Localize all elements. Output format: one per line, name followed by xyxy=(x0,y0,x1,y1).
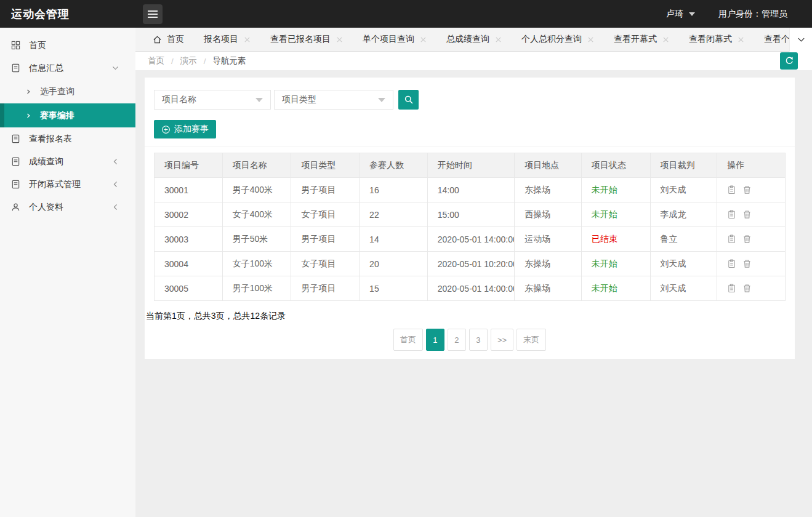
cell-status: 未开始 xyxy=(581,178,650,202)
edit-icon[interactable] xyxy=(727,234,736,244)
cell-place: 运动场 xyxy=(515,227,582,252)
table-row: 30004 女子100米 女子项目 20 2020-05-01 10:20:00… xyxy=(155,252,786,276)
tab-single-project-query[interactable]: 单个项目查询 xyxy=(353,28,436,52)
breadcrumb-current: 导航元素 xyxy=(213,55,246,66)
tab-signup-project[interactable]: 报名项目 xyxy=(194,28,260,52)
top-header: 运动会管理 卢琦 用户身份：管理员 xyxy=(0,0,812,28)
status-badge: 未开始 xyxy=(592,283,617,293)
col-header: 项目编号 xyxy=(155,153,223,178)
sidebar-item-registration-form[interactable]: 查看报名表 xyxy=(0,127,135,150)
arrow-right-icon xyxy=(25,112,32,119)
sidebar-subitem-event-arrangement[interactable]: 赛事编排 xyxy=(0,103,135,127)
tab-more-button[interactable] xyxy=(789,28,812,52)
cell-id: 30002 xyxy=(155,202,223,227)
edit-icon[interactable] xyxy=(727,210,736,219)
tab-label: 总成绩查询 xyxy=(446,34,489,45)
sidebar-item-home[interactable]: 首页 xyxy=(0,34,135,57)
toolbar: 添加赛事 xyxy=(145,110,795,146)
sidebar-subitem-label: 选手查询 xyxy=(40,86,74,97)
project-name-select[interactable]: 项目名称 xyxy=(154,90,271,110)
tab-view-opening-ceremony[interactable]: 查看开幕式 xyxy=(604,28,679,52)
file-icon xyxy=(11,63,20,73)
breadcrumb-separator: / xyxy=(204,57,206,66)
tab-total-score-query[interactable]: 总成绩查询 xyxy=(436,28,512,52)
close-icon[interactable] xyxy=(662,36,669,43)
cell-name: 男子100米 xyxy=(222,276,291,301)
pager-last-button[interactable]: 末页 xyxy=(517,329,546,351)
delete-icon[interactable] xyxy=(742,234,752,244)
table-row: 30003 男子50米 男子项目 14 2020-05-01 14:00:00 … xyxy=(155,227,786,252)
cell-participants: 20 xyxy=(360,252,428,276)
tab-home[interactable]: 首页 xyxy=(143,28,194,52)
col-header: 项目名称 xyxy=(222,153,291,178)
close-icon[interactable] xyxy=(587,36,594,43)
sidebar-item-score-query[interactable]: 成绩查询 xyxy=(0,150,135,173)
select-value: 项目类型 xyxy=(282,94,316,105)
tab-view-closing-ceremony[interactable]: 查看闭幕式 xyxy=(679,28,754,52)
cell-place: 西操场 xyxy=(515,202,582,227)
col-header: 参赛人数 xyxy=(360,153,428,178)
breadcrumb-home[interactable]: 首页 xyxy=(148,55,164,66)
cell-referee: 刘天成 xyxy=(650,178,717,202)
edit-icon[interactable] xyxy=(727,259,736,268)
sidebar-toggle-button[interactable] xyxy=(143,4,163,24)
cell-participants: 16 xyxy=(360,178,428,202)
pagination: 首页 1 2 3 >> 末页 xyxy=(145,322,795,359)
pager-page-1-button[interactable]: 1 xyxy=(426,329,444,351)
sidebar-item-label: 查看报名表 xyxy=(29,134,72,145)
table-header-row: 项目编号 项目名称 项目类型 参赛人数 开始时间 项目地点 项目状态 项目裁判 … xyxy=(155,153,786,178)
select-value: 项目名称 xyxy=(162,94,196,105)
chevron-left-icon xyxy=(111,158,119,166)
pager-page-2-button[interactable]: 2 xyxy=(448,329,466,351)
close-icon[interactable] xyxy=(336,36,343,43)
tab-view-signed-projects[interactable]: 查看已报名项目 xyxy=(260,28,353,52)
hamburger-icon xyxy=(148,10,158,12)
delete-icon[interactable] xyxy=(742,259,752,268)
sidebar-subitem-player-query[interactable]: 选手查询 xyxy=(0,79,135,103)
pager-page-3-button[interactable]: 3 xyxy=(469,329,488,351)
user-dropdown[interactable]: 卢琦 xyxy=(666,9,695,20)
sidebar-item-profile[interactable]: 个人资料 xyxy=(0,196,135,218)
col-header: 开始时间 xyxy=(427,153,514,178)
close-icon[interactable] xyxy=(244,36,251,43)
sidebar-subitem-label: 赛事编排 xyxy=(40,110,74,121)
chevron-left-icon xyxy=(111,180,119,188)
edit-icon[interactable] xyxy=(727,284,736,293)
sidebar-item-label: 成绩查询 xyxy=(29,156,63,167)
breadcrumb-bar: 首页 / 演示 / 导航元素 xyxy=(135,52,812,70)
pager-next-button[interactable]: >> xyxy=(491,329,513,351)
project-type-select[interactable]: 项目类型 xyxy=(274,90,393,110)
sidebar-item-ceremony-management[interactable]: 开闭幕式管理 xyxy=(0,173,135,196)
refresh-button[interactable] xyxy=(780,52,798,70)
tab-personal-points-query[interactable]: 个人总积分查询 xyxy=(512,28,604,52)
breadcrumb-demo[interactable]: 演示 xyxy=(180,55,197,66)
close-icon[interactable] xyxy=(495,36,502,43)
cell-start-time: 14:00 xyxy=(427,178,514,202)
cell-start-time: 2020-05-01 10:20:00 xyxy=(427,252,514,276)
header-right: 卢琦 用户身份：管理员 xyxy=(666,9,812,20)
chevron-down-icon xyxy=(378,98,385,102)
search-icon xyxy=(404,95,414,105)
main-area: 首页 报名项目 查看已报名项目 单个项目查询 总成绩查询 个人总积分查询 查看开… xyxy=(135,28,812,517)
cell-start-time: 15:00 xyxy=(427,202,514,227)
delete-icon[interactable] xyxy=(742,210,752,219)
close-icon[interactable] xyxy=(420,36,427,43)
tab-label: 查看闭幕式 xyxy=(689,34,732,45)
tab-label: 单个项目查询 xyxy=(363,34,414,45)
sidebar-item-info-summary[interactable]: 信息汇总 xyxy=(0,57,135,79)
close-icon[interactable] xyxy=(738,36,744,43)
cell-participants: 14 xyxy=(360,227,428,252)
col-header: 项目地点 xyxy=(515,153,582,178)
add-event-button[interactable]: 添加赛事 xyxy=(154,120,216,138)
pager-first-button[interactable]: 首页 xyxy=(393,329,423,351)
cell-start-time: 2020-05-01 14:00:00 xyxy=(427,227,514,252)
cell-place: 东操场 xyxy=(515,178,582,202)
delete-icon[interactable] xyxy=(742,284,752,293)
breadcrumb-separator: / xyxy=(171,57,174,66)
search-button[interactable] xyxy=(398,90,419,110)
cell-status: 已结束 xyxy=(581,227,650,252)
tab-label: 查看开幕式 xyxy=(614,34,657,45)
edit-icon[interactable] xyxy=(727,185,736,194)
col-header: 项目裁判 xyxy=(650,153,717,178)
delete-icon[interactable] xyxy=(742,185,752,194)
